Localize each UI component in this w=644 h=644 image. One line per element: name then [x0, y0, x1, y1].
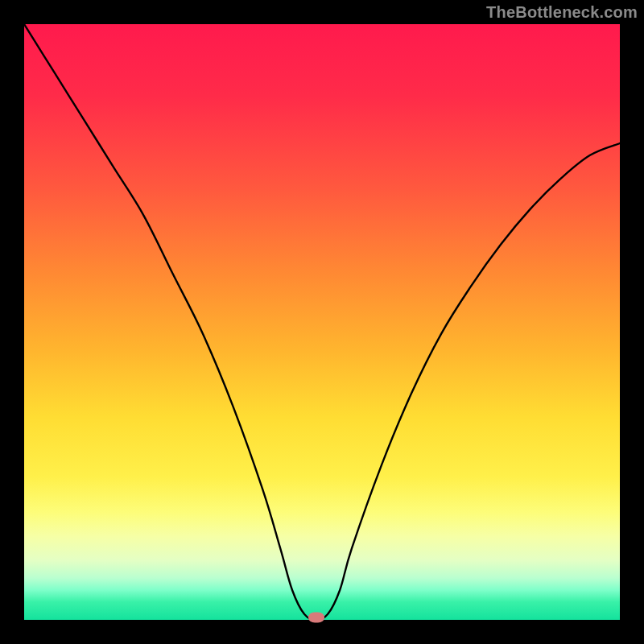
- watermark-text: TheBottleneck.com: [486, 3, 638, 22]
- chart-frame: TheBottleneck.com: [0, 0, 644, 644]
- bottleneck-curve: [24, 24, 620, 620]
- min-marker-dot: [308, 613, 324, 623]
- plot-area: [24, 24, 620, 620]
